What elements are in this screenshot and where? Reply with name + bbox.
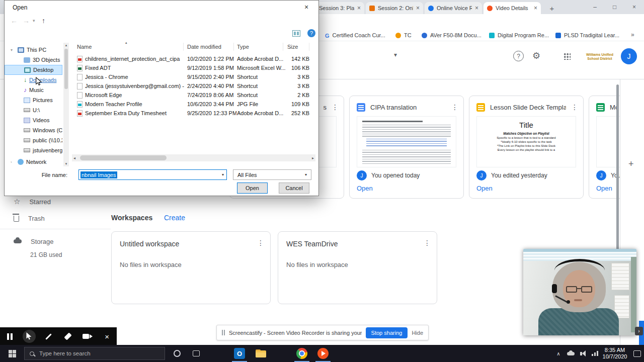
sidebar-item-storage[interactable]: Storage [0,235,111,247]
taskbar-outlook-icon[interactable]: O [230,345,249,362]
open-button[interactable]: Open [237,183,268,194]
tray-network-icon[interactable] [589,345,601,362]
cursor-tool-button[interactable] [20,327,38,345]
account-avatar[interactable]: J [621,48,637,64]
card-menu-kebab-icon[interactable]: ⋮ [571,103,578,111]
file-row[interactable]: Microsoft Edge 7/24/2019 8:06 AM Shortcu… [72,91,316,100]
expander-icon[interactable]: ▾ [11,48,13,52]
task-view-button[interactable] [187,345,205,362]
file-row[interactable]: Jessica - Chrome 9/15/2020 2:40 PM Short… [72,73,316,82]
dialog-nav-desktop[interactable]: Desktop [5,65,62,75]
workspace-card[interactable]: Untitled workspace ⋮ No files in workspa… [111,231,271,304]
sidebar-item-trash[interactable]: Trash [0,212,111,224]
tray-volume-icon[interactable] [577,345,589,362]
pause-button[interactable] [1,327,19,345]
file-row[interactable]: September Extra Duty Timesheet 9/25/2020… [72,109,316,118]
dialog-titlebar[interactable]: Open × [5,1,318,14]
cancel-button[interactable]: Cancel [279,183,309,194]
bookmark-item[interactable]: AVer F50-8M Docu... [422,31,481,40]
sidebar-item-starred[interactable]: ☆ Starred [0,196,111,208]
scroll-down-icon[interactable]: ▾ [63,161,69,166]
nav-forward-icon[interactable]: → [23,17,30,25]
action-center-icon[interactable] [630,345,644,362]
bookmarks-overflow-icon[interactable]: » [631,31,634,38]
dialog-nav-videos[interactable]: Videos [5,115,62,125]
pen-tool-button[interactable] [40,327,58,345]
tab-online-voice[interactable]: Online Voice Re × [425,2,482,14]
file-row[interactable]: Jessica (jessystuivenberg@gmail.com) - C… [72,82,316,91]
taskbar-screencastify-icon[interactable] [314,345,332,362]
open-file-link[interactable]: Open [357,185,373,192]
bookmark-item[interactable]: G Certified Coach Cur... [325,31,385,40]
bookmark-item[interactable]: PLSD Tradigital Lear... [555,31,619,40]
dialog-nav-downloads[interactable]: ↓ Downloads [5,75,62,85]
expander-icon[interactable]: › [11,160,12,164]
pane-scrollbar[interactable]: ▴ ▾ [63,43,69,166]
webcam-collapse-icon[interactable]: › [635,327,643,335]
horizontal-scrollbar[interactable]: ◂ ▸ [72,154,315,161]
open-file-link[interactable]: Open [596,185,612,192]
scrollbar-thumb[interactable] [64,49,68,89]
dialog-nav-jstuivenberg[interactable]: jstuivenberg (\\1 [5,145,62,155]
window-maximize-button[interactable]: □ [605,0,624,14]
filetype-dropdown-icon[interactable]: ▾ [305,172,307,177]
close-toolbar-icon[interactable]: × [98,327,116,345]
tray-onedrive-icon[interactable] [565,345,577,362]
dialog-nav-3d-objects[interactable]: 3D Objects [5,55,62,65]
scroll-left-icon[interactable]: ◂ [73,156,75,160]
dialog-help-icon[interactable]: ? [307,29,315,37]
file-card-lesson-deck[interactable]: Lesson Slide Deck Template ⋮ Title Match… [469,96,584,199]
dialog-nav-this-pc[interactable]: ▾ This PC [5,45,62,55]
nav-up-icon[interactable]: ↑ [42,17,45,25]
filename-dropdown-icon[interactable]: ▾ [222,172,224,177]
column-header-date[interactable]: Date modified [187,44,221,50]
column-header-name[interactable]: Name [77,44,92,50]
tab-video-details[interactable]: Video Details × [484,2,541,14]
taskbar-search-box[interactable]: Type here to search [24,347,165,360]
new-tab-button[interactable]: + [546,3,558,14]
search-options-dropdown-icon[interactable]: ▾ [394,51,397,58]
file-card-cipa[interactable]: CIPA translation ⋮ J You opened today Op… [349,96,464,199]
create-workspace-button[interactable]: Create [164,214,185,222]
scroll-up-icon[interactable]: ▴ [63,43,69,48]
change-view-icon[interactable] [292,30,300,37]
dialog-nav-windows-c[interactable]: Windows (C:) [5,125,62,135]
workspace-menu-kebab-icon[interactable]: ⋮ [424,239,431,247]
taskbar-chrome-icon[interactable] [293,345,311,362]
file-row[interactable]: Modern Teacher Profile 10/6/2020 3:44 PM… [72,100,316,109]
stop-sharing-button[interactable]: Stop sharing [366,327,408,338]
settings-gear-icon[interactable]: ⚙ [532,50,540,61]
nav-back-icon[interactable]: ← [11,17,18,25]
eraser-tool-button[interactable] [59,327,77,345]
tab-close-icon[interactable]: × [357,5,361,12]
dialog-nav-u-drive[interactable]: U:\ [5,105,62,115]
tab-close-icon[interactable]: × [416,5,420,12]
workspace-card[interactable]: WES TeamDrive ⋮ No files in workspace [278,231,437,304]
file-type-select[interactable]: All Files ▾ [233,169,311,180]
tab-close-icon[interactable]: × [534,5,537,12]
tab-close-icon[interactable]: × [475,5,478,12]
tab-session-2[interactable]: Session 2: Onli × [366,2,423,14]
column-header-size[interactable]: Size [287,44,298,50]
scrollbar-thumb[interactable] [80,155,167,160]
taskbar-clock[interactable]: 8:35 AM 10/7/2020 [601,347,629,360]
dialog-close-icon[interactable]: × [304,3,308,11]
cortana-button[interactable] [168,345,186,362]
taskbar-file-explorer-icon[interactable] [252,345,270,362]
file-row[interactable]: Fixed ADT 9/12/2019 1:58 PM Microsoft Ex… [72,64,316,73]
hide-button[interactable]: Hide [412,330,423,336]
scroll-right-icon[interactable]: ▸ [312,156,314,160]
google-apps-grid-icon[interactable] [564,53,571,60]
card-menu-kebab-icon[interactable]: ⋮ [451,103,458,111]
card-menu-kebab-icon[interactable]: ⋮ [332,103,339,111]
file-name-input[interactable]: nbnail Images ▾ [78,169,227,180]
help-icon[interactable]: ? [513,51,524,61]
tray-chevron-icon[interactable]: ∧ [552,345,565,362]
column-header-type[interactable]: Type [237,44,249,50]
dialog-nav-network[interactable]: › Network [5,157,62,167]
dialog-nav-public[interactable]: public (\\10.254. [5,135,62,145]
window-minimize-button[interactable]: – [585,0,605,14]
file-row[interactable]: childrens_internet_protection_act_cipa 1… [72,55,316,64]
bookmark-item[interactable]: TC [395,31,412,40]
window-close-button[interactable]: × [624,0,644,14]
